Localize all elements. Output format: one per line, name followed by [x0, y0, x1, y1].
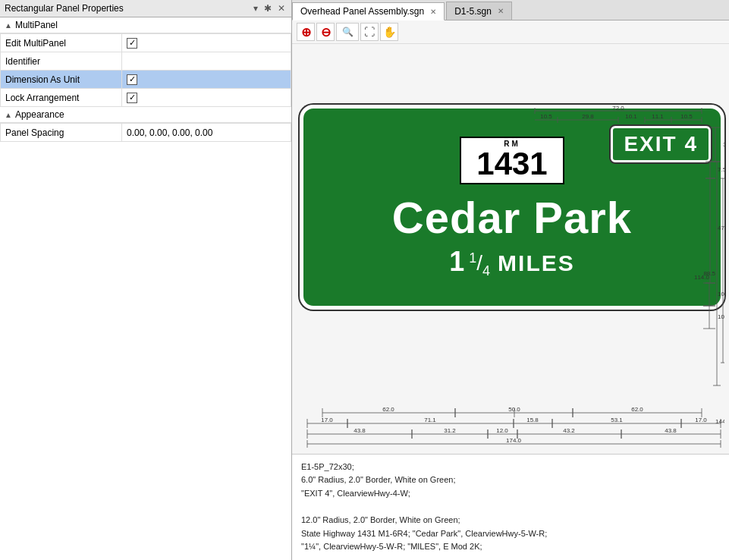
svg-text:43.2: 43.2	[563, 427, 575, 434]
distance-number: 1	[449, 246, 464, 278]
tab-bar: Overhead Panel Assembly.sgn ✕ D1-5.sgn ✕	[292, 0, 729, 20]
desc-line-1: E1-5P_72x30;	[301, 462, 354, 471]
distance-unit: MILES	[498, 250, 575, 276]
zoom-fit-icon: 🔍	[342, 27, 354, 37]
panel-spacing-label: Panel Spacing	[1, 124, 122, 142]
svg-text:43.8: 43.8	[354, 427, 366, 434]
pan-button[interactable]: ✋	[380, 23, 398, 41]
section-label: MultiPanel	[15, 20, 58, 30]
svg-text:62.0: 62.0	[382, 406, 394, 413]
fit-window-button[interactable]: ⛶	[360, 23, 379, 41]
exit-sign: EXIT 4	[611, 126, 711, 162]
multipanel-properties-table: Edit MultiPanel ✓ Identifier Dimension A…	[0, 33, 291, 107]
svg-text:62.0: 62.0	[631, 406, 643, 413]
desc-line-2: 6.0" Radius, 2.0" Border, White on Green…	[301, 475, 455, 484]
panel-spacing-value[interactable]: 0.00, 0.00, 0.00, 0.00	[122, 124, 291, 142]
panel-title: Rectangular Panel Properties	[5, 3, 124, 14]
zoom-in-icon: ⊕	[301, 25, 311, 39]
svg-text:174.0: 174.0	[506, 437, 522, 444]
tab-d1-5[interactable]: D1-5.sgn ✕	[446, 2, 512, 20]
svg-text:17.0: 17.0	[321, 417, 333, 423]
desc-line-6: State Highway 1431 M1-6R4; "Cedar Park",…	[301, 529, 547, 538]
pin-button[interactable]: ▾	[252, 3, 259, 14]
svg-text:15.8: 15.8	[526, 417, 539, 423]
lock-arrangement-value[interactable]: ✓	[122, 89, 291, 107]
close-panel-button[interactable]: ✕	[276, 3, 287, 14]
lock-arrangement-label: Lock Arrangement	[1, 89, 122, 107]
appearance-properties-table: Panel Spacing 0.00, 0.00, 0.00, 0.00	[0, 123, 291, 142]
identifier-label: Identifier	[1, 52, 122, 71]
sign-description: E1-5P_72x30; 6.0" Radius, 2.0" Border, W…	[292, 454, 729, 560]
main-content-area: Overhead Panel Assembly.sgn ✕ D1-5.sgn ✕…	[292, 0, 729, 560]
panel-spacing-row: Panel Spacing 0.00, 0.00, 0.00, 0.00	[1, 124, 291, 142]
route-number: 1431	[476, 148, 547, 180]
canvas-area[interactable]: 72.0 10.5 29.8 10.1 11.1 10.5	[292, 44, 729, 454]
distance-line: 1 1/4 MILES	[449, 246, 575, 278]
dimension-as-unit-row[interactable]: Dimension As Unit ✓	[1, 71, 291, 89]
desc-line-5: 12.0" Radius, 2.0" Border, White on Gree…	[301, 515, 460, 524]
appearance-section-header[interactable]: ▲ Appearance	[0, 107, 291, 123]
dimension-as-unit-checkbox[interactable]: ✓	[127, 74, 137, 85]
properties-panel: Rectangular Panel Properties ▾ ✱ ✕ ▲ Mul…	[0, 0, 292, 560]
edit-multipanel-checkbox[interactable]: ✓	[127, 38, 137, 49]
svg-text:17.0: 17.0	[695, 417, 707, 423]
zoom-out-button[interactable]: ⊖	[316, 23, 335, 41]
svg-text:53.1: 53.1	[611, 417, 623, 423]
tab-overhead-label: Overhead Panel Assembly.sgn	[300, 6, 424, 17]
svg-text:43.8: 43.8	[665, 427, 677, 434]
lock-arrangement-checkbox[interactable]: ✓	[127, 93, 137, 103]
tab-d1-5-close[interactable]: ✕	[498, 7, 504, 15]
svg-text:144.0: 144.0	[715, 418, 724, 425]
panel-title-buttons: ▾ ✱ ✕	[252, 3, 287, 14]
multipanel-section-header[interactable]: ▲ MultiPanel	[0, 17, 291, 33]
appearance-collapse-arrow: ▲	[5, 111, 12, 119]
edit-multipanel-label: Edit MultiPanel	[1, 34, 122, 52]
lock-arrangement-row: Lock Arrangement ✓	[1, 89, 291, 107]
panel-titlebar: Rectangular Panel Properties ▾ ✱ ✕	[0, 0, 291, 17]
svg-text:71.1: 71.1	[424, 417, 436, 423]
desc-line-7: "1¼", ClearviewHwy-5-W-R; "MILES", E Mod…	[301, 542, 482, 551]
tab-d1-5-label: D1-5.sgn	[454, 6, 492, 17]
pan-icon: ✋	[383, 26, 396, 38]
view-toolbar: ⊕ ⊖ 🔍 ⛶ ✋	[292, 20, 729, 44]
svg-text:31.2: 31.2	[444, 427, 456, 434]
edit-multipanel-row: Edit MultiPanel ✓	[1, 34, 291, 52]
edit-multipanel-value[interactable]: ✓	[122, 34, 291, 52]
desc-line-3: "EXIT 4", ClearviewHwy-4-W;	[301, 489, 410, 498]
exit-sign-text: EXIT 4	[624, 132, 698, 156]
route-badge: RM 1431	[460, 137, 564, 184]
float-button[interactable]: ✱	[262, 3, 273, 14]
tab-overhead-panel[interactable]: Overhead Panel Assembly.sgn ✕	[292, 2, 445, 20]
zoom-in-button[interactable]: ⊕	[297, 23, 315, 41]
tab-overhead-close[interactable]: ✕	[430, 8, 436, 16]
svg-text:50.0: 50.0	[508, 406, 520, 413]
collapse-arrow: ▲	[5, 21, 12, 30]
svg-text:12.0: 12.0	[496, 427, 508, 434]
identifier-value[interactable]	[122, 52, 291, 71]
dimension-as-unit-label: Dimension As Unit	[1, 71, 122, 89]
dimension-as-unit-value[interactable]: ✓	[122, 71, 291, 89]
appearance-section-label: Appearance	[15, 109, 64, 120]
identifier-row: Identifier	[1, 52, 291, 71]
fit-window-icon: ⛶	[364, 26, 375, 38]
zoom-out-icon: ⊖	[321, 25, 331, 39]
distance-fraction: 1/4	[469, 251, 490, 278]
zoom-fit-button[interactable]: 🔍	[336, 23, 359, 41]
city-name: Cedar Park	[392, 192, 632, 243]
